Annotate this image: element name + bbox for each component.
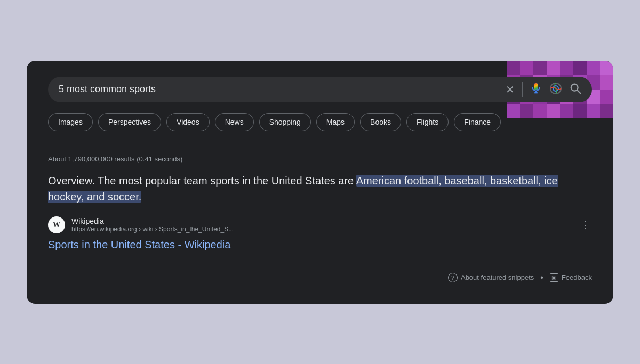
svg-line-5 bbox=[578, 90, 581, 93]
filter-pill-videos[interactable]: Videos bbox=[166, 113, 210, 131]
about-featured-snippets[interactable]: ? About featured snippets bbox=[448, 273, 534, 282]
source-url: https://en.wikipedia.org › wiki › Sports… bbox=[71, 225, 572, 233]
about-snippets-label: About featured snippets bbox=[461, 273, 534, 281]
clear-icon[interactable]: ✕ bbox=[506, 83, 515, 96]
search-input[interactable] bbox=[59, 84, 506, 95]
filter-pill-flights[interactable]: Flights bbox=[406, 113, 449, 131]
filter-pill-finance[interactable]: Finance bbox=[454, 113, 501, 131]
snippet-text-before: Overview. The most popular team sports i… bbox=[48, 175, 356, 187]
search-divider bbox=[522, 82, 523, 97]
filter-pill-books[interactable]: Books bbox=[360, 113, 401, 131]
featured-snippet: Overview. The most popular team sports i… bbox=[48, 173, 592, 205]
microphone-icon[interactable] bbox=[530, 83, 542, 96]
filter-pill-perspectives[interactable]: Perspectives bbox=[98, 113, 161, 131]
help-icon: ? bbox=[448, 273, 458, 282]
bottom-section: ? About featured snippets • ▣ Feedback bbox=[48, 264, 592, 282]
results-divider bbox=[48, 144, 592, 144]
search-icons bbox=[530, 82, 581, 97]
wikipedia-logo: W bbox=[48, 216, 65, 233]
feedback-icon: ▣ bbox=[550, 273, 558, 282]
lens-icon[interactable] bbox=[549, 82, 562, 97]
search-bar: ✕ bbox=[48, 77, 592, 102]
source-more-button[interactable]: ⋮ bbox=[578, 217, 592, 233]
wikipedia-link[interactable]: Sports in the United States - Wikipedia bbox=[48, 239, 592, 251]
filter-pill-maps[interactable]: Maps bbox=[316, 113, 355, 131]
source-name: Wikipedia bbox=[71, 217, 572, 225]
browser-window: ✕ bbox=[27, 61, 613, 304]
svg-point-4 bbox=[571, 84, 578, 91]
search-icon[interactable] bbox=[570, 83, 581, 96]
filter-pill-images[interactable]: Images bbox=[48, 113, 93, 131]
feedback-label: Feedback bbox=[562, 273, 592, 281]
filter-pill-shopping[interactable]: Shopping bbox=[259, 113, 311, 131]
source-row: W Wikipedia https://en.wikipedia.org › w… bbox=[48, 216, 592, 233]
source-info: Wikipedia https://en.wikipedia.org › wik… bbox=[71, 217, 572, 233]
feedback-button[interactable]: ▣ Feedback bbox=[550, 273, 592, 282]
filter-pill-news[interactable]: News bbox=[215, 113, 254, 131]
dot-separator: • bbox=[540, 273, 543, 282]
results-info: About 1,790,000,000 results (0.41 second… bbox=[48, 155, 592, 163]
